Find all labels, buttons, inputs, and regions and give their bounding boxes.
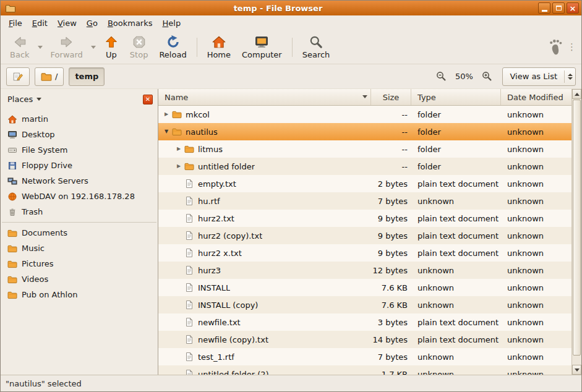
back-button[interactable]: Back — [4, 33, 35, 61]
view-as-combo[interactable]: View as List — [502, 67, 576, 86]
scroll-down-button[interactable] — [572, 365, 581, 375]
sidebar-item-desktop[interactable]: Desktop — [1, 127, 158, 142]
table-row[interactable]: INSTALL7.6 KBunknownunknown — [158, 279, 571, 296]
file-name-cell: hurz2.txt — [158, 213, 371, 223]
sidebar-item-documents[interactable]: Documents — [1, 225, 158, 241]
table-row[interactable]: test_1.rtf7 bytesunknownunknown — [158, 348, 571, 365]
column-header-name[interactable]: Name — [158, 89, 371, 105]
file-size-cell: 7 bytes — [371, 197, 411, 206]
sidebar-item-martin[interactable]: martin — [1, 111, 158, 127]
scroll-up-button[interactable] — [572, 89, 581, 99]
vertical-scrollbar[interactable] — [571, 89, 581, 375]
folder-icon — [7, 228, 17, 238]
stepper-down-icon — [568, 77, 573, 80]
sidebar-item-network-servers[interactable]: Network Servers — [1, 173, 158, 189]
reload-icon — [166, 35, 181, 49]
table-row[interactable]: newfile (copy).txt14 bytesplain text doc… — [158, 331, 571, 348]
file-type-cell: plain text document — [411, 214, 501, 223]
zoom-level-label[interactable]: 50% — [453, 72, 475, 81]
expander-icon[interactable]: ▶ — [174, 147, 183, 151]
table-row[interactable]: INSTALL (copy)7.6 KBunknownunknown — [158, 296, 571, 313]
menu-item-bookmarks[interactable]: Bookmarks — [103, 17, 158, 30]
table-row[interactable]: ▶untitled folder--folderunknown — [158, 158, 571, 175]
menu-item-view[interactable]: View — [53, 17, 82, 30]
home-icon — [212, 35, 226, 49]
table-row[interactable]: ▶litmus--folderunknown — [158, 140, 571, 158]
reload-button[interactable]: Reload — [153, 33, 192, 61]
sidebar-item-music[interactable]: Music — [1, 241, 158, 256]
file-modified-cell: unknown — [501, 335, 571, 344]
edit-location-button[interactable] — [6, 67, 30, 86]
column-header-size[interactable]: Size — [371, 89, 411, 105]
titlebar[interactable]: temp - File Browser × — [1, 1, 581, 15]
up-button[interactable]: Up — [98, 33, 124, 61]
scrollbar-trough[interactable] — [572, 356, 581, 365]
stop-button[interactable]: Stop — [124, 33, 154, 61]
expander-icon[interactable]: ▶ — [162, 112, 171, 117]
file-name-label: test_1.rtf — [198, 352, 234, 362]
folder-icon — [41, 71, 52, 82]
file-name-label: INSTALL — [198, 283, 230, 292]
table-row[interactable]: ▼nautilus--folderunknown — [158, 123, 571, 140]
table-row[interactable]: hurz2 (copy).txt9 bytesplain text docume… — [158, 227, 571, 244]
sidebar-item-pictures[interactable]: Pictures — [1, 256, 158, 271]
file-list-pane: NameSizeTypeDate Modified ▶mkcol--folder… — [158, 89, 581, 375]
expander-icon[interactable]: ▼ — [162, 129, 171, 134]
table-row[interactable]: hurz2 x.txt9 bytesplain text documentunk… — [158, 244, 571, 262]
forward-arrow-icon — [59, 35, 74, 49]
sidebar-close-button[interactable]: ✕ — [143, 95, 153, 104]
file-size-cell: 14 bytes — [371, 335, 411, 344]
table-row[interactable]: ▶mkcol--folderunknown — [158, 106, 571, 123]
zoom-in-button[interactable] — [480, 70, 494, 83]
path-root-button[interactable]: / — [35, 67, 64, 86]
forward-button[interactable]: Forward — [45, 33, 88, 61]
column-header-type[interactable]: Type — [411, 89, 501, 105]
toolbar-overflow-grip[interactable]: ⋮ — [565, 43, 578, 52]
text-file-icon — [184, 334, 194, 344]
zoom-out-button[interactable] — [434, 70, 448, 83]
back-history-dropdown[interactable] — [35, 33, 45, 61]
sidebar-item-file-system[interactable]: File System — [1, 142, 158, 158]
chevron-down-icon — [38, 46, 43, 49]
toolbar-buttons: BackForwardUpStopReloadHomeComputerSearc… — [4, 33, 335, 61]
menu-item-go[interactable]: Go — [82, 17, 103, 30]
sidebar-item-label: Pub on Athlon — [22, 290, 77, 299]
sidebar-item-pub-on-athlon[interactable]: Pub on Athlon — [1, 287, 158, 302]
sidebar-item-videos[interactable]: Videos — [1, 271, 158, 287]
file-type-cell: folder — [411, 162, 501, 171]
file-name-cell: hu.rtf — [158, 196, 371, 206]
home-button[interactable]: Home — [202, 33, 236, 61]
places-caret-icon[interactable] — [36, 98, 41, 101]
maximize-button[interactable] — [552, 2, 565, 14]
toolbar-group-up: Up — [98, 33, 124, 61]
expander-icon[interactable]: ▶ — [174, 164, 183, 169]
text-file-icon — [184, 213, 194, 223]
table-row[interactable]: hurz312 bytesunknownunknown — [158, 262, 571, 279]
sidebar-item-webdav-on-192-168-178-28[interactable]: WebDAV on 192.168.178.28 — [1, 189, 158, 204]
combo-stepper[interactable] — [565, 68, 575, 85]
scroll-down-icon — [575, 369, 580, 372]
table-row[interactable]: untitled folder (2)1.7 KBunknownunknown — [158, 365, 571, 375]
places-selector[interactable]: Places — [7, 95, 33, 104]
menu-item-file[interactable]: File — [4, 17, 27, 30]
forward-history-dropdown[interactable] — [88, 33, 98, 61]
minimize-button[interactable] — [538, 2, 550, 14]
scrollbar-thumb[interactable] — [573, 100, 581, 356]
sidebar-item-trash[interactable]: Trash — [1, 204, 158, 219]
close-button[interactable]: × — [567, 2, 579, 14]
search-button[interactable]: Search — [297, 33, 336, 61]
column-header-modified[interactable]: Date Modified — [501, 89, 571, 105]
places-header: Places ✕ — [1, 89, 158, 109]
computer-button[interactable]: Computer — [236, 33, 288, 61]
path-current-button[interactable]: temp — [69, 67, 105, 86]
menu-item-help[interactable]: Help — [158, 17, 186, 30]
menu-item-edit[interactable]: Edit — [27, 17, 53, 30]
file-size-cell: -- — [371, 110, 411, 119]
table-row[interactable]: hurz2.txt9 bytesplain text documentunkno… — [158, 210, 571, 227]
folder-icon — [7, 259, 17, 269]
file-name-label: newfile.txt — [198, 318, 241, 327]
sidebar-item-floppy-drive[interactable]: Floppy Drive — [1, 158, 158, 173]
table-row[interactable]: newfile.txt3 bytesplain text documentunk… — [158, 313, 571, 331]
table-row[interactable]: hu.rtf7 bytesunknownunknown — [158, 192, 571, 210]
table-row[interactable]: empty.txt2 bytesplain text documentunkno… — [158, 175, 571, 192]
